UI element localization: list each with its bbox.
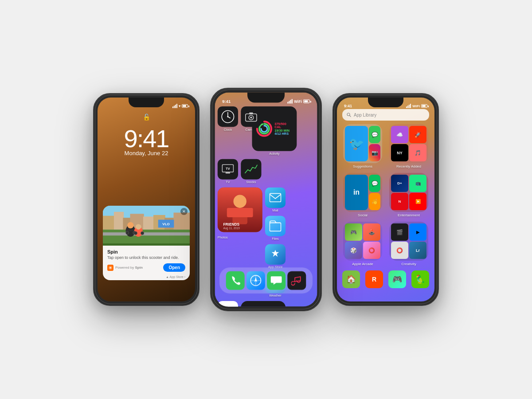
applibrary-bg: 9:41 WiFi <box>337 98 434 301</box>
files-app-item[interactable]: Files <box>265 216 286 241</box>
social-folder-box[interactable]: in 💬 👋 <box>343 173 382 212</box>
notification-card[interactable]: VLO ✕ Spin Tap open to unlock this scoot… <box>103 206 190 280</box>
duolingo-app[interactable]: 🦜 <box>411 270 429 288</box>
notch-2 <box>247 93 285 103</box>
svg-rect-5 <box>143 217 154 230</box>
svg-rect-30 <box>249 113 253 114</box>
app-library-search[interactable]: App Library <box>342 109 429 121</box>
notification-open-button[interactable]: Open <box>163 263 185 272</box>
creativity-folder[interactable]: 🎬 ▶ ⭕ Lr Creativity <box>388 222 429 266</box>
dock-phone[interactable] <box>225 271 246 290</box>
notification-brand: Powered by Spin <box>107 265 143 271</box>
twitter-icon: 🐦 <box>345 126 368 161</box>
appstore-link[interactable]: ▲ App Store › <box>103 275 190 280</box>
nytimes-icon: NY <box>391 144 408 161</box>
status-time-2: 9:41 <box>222 99 231 104</box>
phone-3-screen: 9:41 WiFi <box>337 98 434 301</box>
photos-widget-item[interactable]: FRIENDS Aug 11, 2019 Photos <box>218 188 262 241</box>
battery-icon-1 <box>182 104 188 108</box>
svg-point-29 <box>250 117 252 118</box>
weather-label: Weather <box>269 294 282 297</box>
suggestions-folder[interactable]: 🐦 💬 📷 Suggestions <box>342 124 383 168</box>
tv-app[interactable]: TV <box>218 159 238 180</box>
svg-point-15 <box>136 224 141 229</box>
activity-hrs: 4/12 HRS <box>274 132 293 135</box>
arcade-folder-box[interactable]: 🎮 🕹️ 🎲 ⭕ <box>343 222 382 261</box>
stocks-app-item[interactable]: Stocks <box>241 159 261 184</box>
search-placeholder: App Library <box>354 113 376 117</box>
photos-widget[interactable]: FRIENDS Aug 11, 2019 <box>218 188 262 232</box>
activity-cal: 375/500 CAL <box>274 122 293 129</box>
lr-icon: Lr <box>409 242 426 259</box>
dock-messages[interactable] <box>266 271 286 290</box>
svg-point-18 <box>134 231 137 235</box>
suggestions-folder-box[interactable]: 🐦 💬 📷 <box>343 124 382 163</box>
recently-added-folder-box[interactable]: ☁️ 🚀 NY 🎵 <box>389 124 428 163</box>
svg-rect-9 <box>103 230 190 243</box>
game1-icon: 🎮 <box>345 223 362 241</box>
phone-dock-app[interactable] <box>226 271 245 290</box>
activity-min: 19/30 MIN <box>274 129 293 132</box>
camera-app[interactable] <box>241 106 261 127</box>
notification-image: VLO ✕ <box>103 206 190 246</box>
houzz-app[interactable]: 🏠 <box>342 270 360 288</box>
dock <box>219 267 313 293</box>
home-row-3: FRIENDS Aug 11, 2019 Photos <box>218 188 314 241</box>
svg-rect-13 <box>126 230 135 231</box>
instagram-icon-small: 📷 <box>369 144 380 161</box>
music-widget[interactable]: 🎵 Chromatica Lady Gaga <box>241 301 286 307</box>
dock-music[interactable] <box>286 271 307 290</box>
files-app[interactable] <box>265 216 286 236</box>
disney-icon: D+ <box>391 175 408 192</box>
svg-rect-43 <box>270 193 281 202</box>
clock-app-item[interactable]: Clock <box>218 106 238 131</box>
entertainment-folder-box[interactable]: D+ 📺 N ▶️ <box>389 173 428 212</box>
health-home-group: Health Home <box>218 301 238 307</box>
clock-app[interactable] <box>218 106 238 127</box>
phone-3-applibrary: 9:41 WiFi <box>332 93 439 306</box>
social-folder[interactable]: in 💬 👋 Social <box>342 173 383 217</box>
music-dock-app[interactable] <box>287 271 306 290</box>
svg-rect-8 <box>173 213 190 230</box>
tv-app-item[interactable]: TV TV <box>218 159 238 184</box>
duolingo-icon[interactable]: 🦜 <box>411 270 429 288</box>
lock-date: Monday, June 22 <box>98 150 195 156</box>
wechat-icon-small: 💬 <box>369 175 380 192</box>
reddit-app[interactable]: R <box>365 270 383 288</box>
health-app-item[interactable]: Health <box>218 301 238 307</box>
mail-label: Mail <box>272 209 278 212</box>
arcade-folder[interactable]: 🎮 🕹️ 🎲 ⭕ Apple Arcade <box>342 222 383 266</box>
entertainment-folder[interactable]: D+ 📺 N ▶️ Entertainment <box>388 173 429 217</box>
library-row-3: 🎮 🕹️ 🎲 ⭕ Apple Arcade <box>342 222 429 266</box>
reddit-icon[interactable]: R <box>365 270 383 288</box>
notification-close-btn[interactable]: ✕ <box>180 208 188 215</box>
appstore-app-item[interactable]: App Store <box>265 244 286 269</box>
svg-text:VLO: VLO <box>162 222 169 226</box>
game-app[interactable]: 🎮 <box>388 270 406 288</box>
mail-app-item[interactable]: Mail <box>265 188 286 212</box>
houzz-icon[interactable]: 🏠 <box>342 270 360 288</box>
stocks-app[interactable] <box>241 159 261 180</box>
dock-safari[interactable] <box>246 271 266 290</box>
messages-dock-app[interactable] <box>267 271 286 290</box>
home-row-5: Health Home <box>218 301 314 307</box>
recently-added-folder[interactable]: ☁️ 🚀 NY 🎵 Recently Added <box>388 124 429 168</box>
suggestions-label: Suggestions <box>353 164 372 168</box>
creativity-folder-box[interactable]: 🎬 ▶ ⭕ Lr <box>389 222 428 261</box>
wifi-icon-1: ▾ <box>179 104 180 108</box>
notification-footer: Powered by Spin Open <box>103 263 190 275</box>
svg-point-12 <box>127 222 133 228</box>
music-widget-item[interactable]: 🎵 Chromatica Lady Gaga Music <box>241 301 286 307</box>
appstore-app[interactable] <box>265 244 286 265</box>
safari-dock-app[interactable] <box>246 271 265 290</box>
netflix-icon: N <box>391 193 408 210</box>
activity-widget-item[interactable]: 375/500 CAL 19/30 MIN 4/12 HRS Activity <box>264 106 285 155</box>
creativity-label: Creativity <box>401 262 416 266</box>
game-icon[interactable]: 🎮 <box>388 270 406 288</box>
mail-app[interactable] <box>265 188 286 208</box>
app-library-grid: 🐦 💬 📷 Suggestions ☁️ <box>342 124 429 293</box>
health-app[interactable] <box>218 301 238 307</box>
activity-rings-visual: 375/500 CAL 19/30 MIN 4/12 HRS <box>256 120 293 137</box>
recently-added-label: Recently Added <box>396 164 421 168</box>
notch-1 <box>129 98 164 107</box>
